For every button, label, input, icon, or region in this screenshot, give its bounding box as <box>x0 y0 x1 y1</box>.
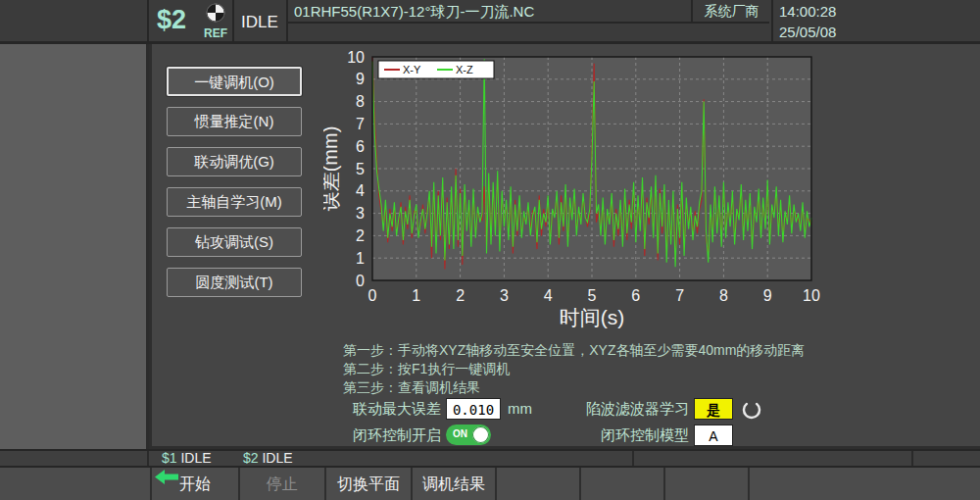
svg-text:9: 9 <box>763 287 772 304</box>
svg-text:3: 3 <box>356 205 365 222</box>
sidebar-button-spindle-learning[interactable]: 主轴自学习(M) <box>167 187 302 217</box>
softkey-empty <box>750 468 980 500</box>
channel-indicator: $2 <box>157 5 186 35</box>
program-title: 01RHF55(R1X7)-12°球刀-一刀流.NC <box>294 1 534 22</box>
svg-text:2: 2 <box>356 227 365 244</box>
sidebar-button-inertia-estimation[interactable]: 惯量推定(N) <box>167 107 302 136</box>
instructions: 第一步：手动将XYZ轴移动至安全位置，XYZ各轴至少需要40mm的移动距离 第二… <box>343 341 805 397</box>
loop-model-input[interactable]: A <box>694 425 733 446</box>
channel-status-bar: $1 IDLE $2 IDLE <box>0 449 980 468</box>
svg-text:1: 1 <box>412 287 420 304</box>
top-bar: $2 REF IDLE 01RHF55(R1X7)-12°球刀-一刀流.NC 系… <box>0 0 980 44</box>
softkey-empty <box>665 468 750 500</box>
back-arrow-icon[interactable] <box>155 470 180 484</box>
instruction-step-2: 第二步：按F1执行一键调机 <box>343 360 805 378</box>
svg-text:0: 0 <box>368 287 377 304</box>
notch-filter-value[interactable]: 是 <box>694 398 733 420</box>
clock: 14:00:28 25/05/08 <box>779 1 836 42</box>
divider <box>771 0 773 44</box>
softkey-switch-plane[interactable]: 切换平面 <box>326 468 413 500</box>
svg-text:时间(s): 时间(s) <box>560 306 625 328</box>
max-error-label: 联动最大误差 <box>299 398 441 420</box>
divider <box>632 451 634 466</box>
tuning-error-chart: 012345678910012345678910时间(s)误差(mm)X-YX-… <box>323 49 823 337</box>
date-display: 25/05/08 <box>779 22 836 42</box>
sidebar-button-linkage-tuning[interactable]: 联动调优(G) <box>167 147 302 176</box>
max-error-unit: mm <box>508 398 532 420</box>
ref-indicator: REF <box>199 2 232 39</box>
svg-text:误差(mm): 误差(mm) <box>323 126 341 212</box>
svg-text:3: 3 <box>500 287 509 304</box>
svg-text:5: 5 <box>588 287 597 304</box>
instruction-step-1: 第一步：手动将XYZ轴移动至安全位置，XYZ各轴至少需要40mm的移动距离 <box>343 341 805 360</box>
softkey-stop[interactable]: 停止 <box>240 468 326 500</box>
svg-text:8: 8 <box>719 287 728 304</box>
instruction-step-3: 第三步：查看调机结果 <box>343 378 805 397</box>
channel1-status: $1 IDLE <box>162 451 212 466</box>
svg-text:9: 9 <box>356 71 365 87</box>
error-chart: 012345678910012345678910时间(s)误差(mm)X-YX-… <box>323 49 823 337</box>
notch-filter-label: 陷波滤波器学习 <box>573 398 689 420</box>
softkey-spacer <box>0 468 152 500</box>
svg-text:4: 4 <box>544 287 553 304</box>
main-panel: 一键调机(O) 惯量推定(N) 联动调优(G) 主轴自学习(M) 钻攻调试(S)… <box>152 44 980 446</box>
svg-text:6: 6 <box>356 138 365 155</box>
closed-loop-toggle[interactable]: ON <box>446 425 491 445</box>
svg-text:5: 5 <box>356 161 365 177</box>
svg-text:X-Y: X-Y <box>403 64 421 75</box>
loop-model-label: 闭环控制模型 <box>573 425 689 446</box>
sidebar-button-roundness-test[interactable]: 圆度测试(T) <box>167 268 302 297</box>
svg-text:2: 2 <box>456 287 465 304</box>
svg-text:10: 10 <box>803 287 820 304</box>
svg-text:1: 1 <box>356 250 365 267</box>
svg-text:7: 7 <box>356 116 365 132</box>
channel2-id: $2 <box>243 450 259 466</box>
channel2-status: $2 IDLE <box>243 451 293 466</box>
svg-text:4: 4 <box>356 182 365 199</box>
svg-text:8: 8 <box>356 93 365 110</box>
mode-indicator: IDLE <box>233 0 286 44</box>
softkey-bar: 开始 停止 切换平面 调机结果 <box>0 468 980 500</box>
divider <box>691 0 693 22</box>
vendor-label: 系统厂商 <box>694 1 769 22</box>
left-empty-panel <box>0 44 149 449</box>
svg-text:6: 6 <box>631 287 640 304</box>
divider <box>147 0 149 44</box>
reference-point-icon <box>205 2 226 24</box>
softkey-tuning-result[interactable]: 调机结果 <box>413 468 497 500</box>
max-error-input[interactable]: 0.010 <box>446 398 501 420</box>
divider <box>288 22 769 24</box>
channel2-state: IDLE <box>262 450 292 466</box>
divider <box>147 451 149 466</box>
closed-loop-label: 闭环控制开启 <box>299 425 441 446</box>
svg-text:0: 0 <box>356 273 365 289</box>
toggle-on-label: ON <box>453 428 467 439</box>
softkey-empty <box>497 468 581 500</box>
sidebar-button-one-key-tuning[interactable]: 一键调机(O) <box>167 67 302 96</box>
refresh-icon[interactable] <box>741 398 762 420</box>
softkey-empty <box>581 468 665 500</box>
svg-text:X-Z: X-Z <box>456 64 473 75</box>
svg-text:7: 7 <box>675 287 684 304</box>
toggle-knob <box>472 426 489 443</box>
divider <box>911 451 913 466</box>
time-display: 14:00:28 <box>779 1 836 22</box>
svg-text:10: 10 <box>347 49 365 66</box>
ref-label: REF <box>199 27 232 39</box>
channel1-state: IDLE <box>180 450 211 466</box>
sidebar-button-tapping-debug[interactable]: 钻攻调试(S) <box>167 227 302 257</box>
channel1-id: $1 <box>162 450 177 466</box>
